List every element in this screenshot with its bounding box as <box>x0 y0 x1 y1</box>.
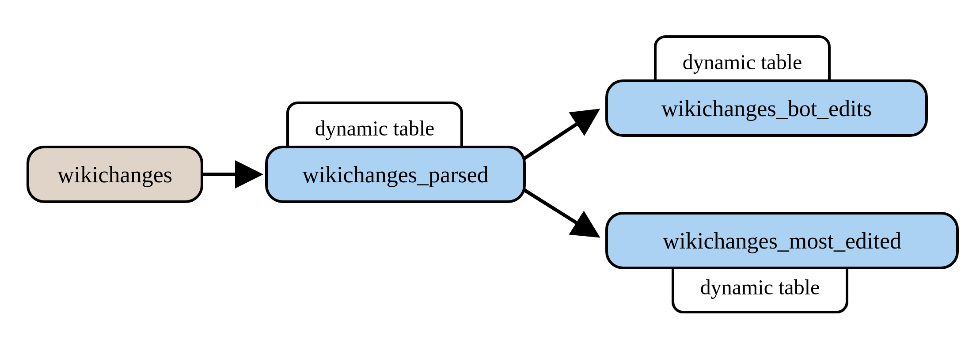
tag-label: dynamic table <box>700 275 820 299</box>
node-label: wikichanges <box>57 162 172 188</box>
node-label: wikichanges_most_edited <box>663 228 901 254</box>
tag-label: dynamic table <box>683 50 802 74</box>
tag-label: dynamic table <box>315 116 435 140</box>
node-label: wikichanges_parsed <box>302 162 489 188</box>
node-wikichanges: wikichanges <box>27 146 203 203</box>
node-label: wikichanges_bot_edits <box>661 95 872 121</box>
node-wikichanges-parsed: wikichanges_parsed <box>265 146 526 203</box>
edge-parsed-to-bot-edits <box>517 113 594 163</box>
node-wikichanges-most-edited: wikichanges_most_edited <box>605 212 959 269</box>
edge-parsed-to-most-edited <box>517 185 594 234</box>
node-wikichanges-bot-edits: wikichanges_bot_edits <box>605 79 928 137</box>
diagram-canvas: wikichanges dynamic table wikichanges_pa… <box>0 0 980 354</box>
